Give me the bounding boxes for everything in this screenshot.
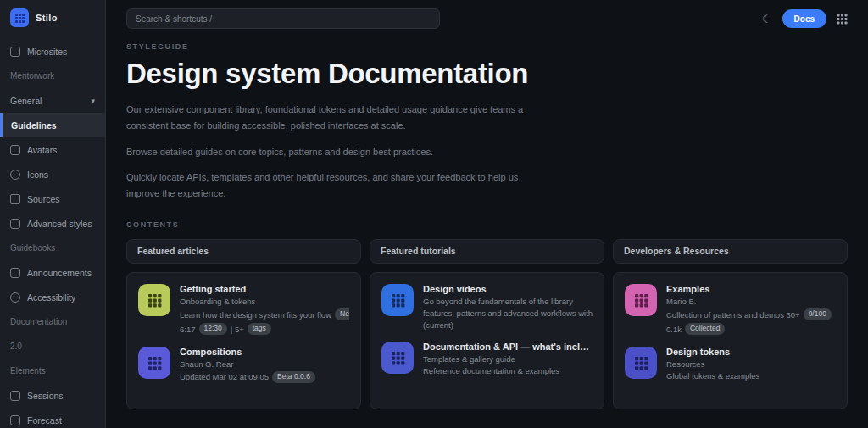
main-content: ☾ Docs STYLEGUIDE Design system Document… <box>106 0 868 428</box>
item-line: 6:1712:30| 5+tags <box>180 323 349 335</box>
sidebar-item-guidebooks: Guidebooks <box>10 236 95 260</box>
sidebar-item-label: Sessions <box>27 391 64 401</box>
badge-chip: New <box>335 308 349 320</box>
item-line: Shaun G. Rear <box>180 359 315 369</box>
column-card: ExamplesMario B.Collection of patterns a… <box>613 272 848 409</box>
card-item-documentation-api-what-s-included[interactable]: Documentation & API — what's included?Te… <box>381 342 593 375</box>
sidebar-item-2-0: 2.0 <box>10 334 95 359</box>
item-line: Learn how the design system fits your fl… <box>180 308 349 320</box>
badge-chip: 9/100 <box>804 308 832 320</box>
sidebar-item-forecast[interactable]: Forecast <box>10 408 95 428</box>
badge-chip: Collected <box>685 323 725 335</box>
page-title: Design system Documentation <box>126 58 848 90</box>
sidebar-item-accessibility[interactable]: Accessibility <box>10 285 95 309</box>
badge-chip: tags <box>248 323 271 335</box>
contents-columns: Featured articlesGetting startedOnboardi… <box>126 239 848 409</box>
sidebar-item-label: Mentorwork <box>10 71 54 81</box>
item-title: Getting started <box>180 284 349 294</box>
sidebar-item-label: Guidebooks <box>10 243 55 253</box>
sidebar-item-announcements[interactable]: Announcements <box>10 260 95 285</box>
item-line: Resources <box>666 359 760 369</box>
item-tile-grid-icon <box>138 347 170 379</box>
square-icon <box>10 145 20 155</box>
square-icon <box>10 219 20 229</box>
sidebar-item-label: Documentation <box>10 317 67 326</box>
sidebar-nav: MicrositesMentorworkGeneral▾GuidelinesAv… <box>10 39 95 428</box>
moon-icon[interactable]: ☾ <box>762 13 772 25</box>
search-input[interactable] <box>126 8 440 29</box>
sidebar-item-label: Announcements <box>27 268 92 278</box>
item-title: Design tokens <box>666 347 760 357</box>
item-line: Collection of patterns and demos 30+9/10… <box>666 308 832 320</box>
item-line: 0.1kCollected <box>666 323 832 335</box>
topbar: ☾ Docs <box>126 0 848 31</box>
item-line: Updated Mar 02 at 09:05Beta 0.0.6 <box>180 371 315 383</box>
page-eyebrow: STYLEGUIDE <box>126 42 848 51</box>
sidebar-item-general[interactable]: General▾ <box>10 88 95 113</box>
item-line: Templates & gallery guide <box>423 354 593 364</box>
column-card: Getting startedOnboarding & tokensLearn … <box>126 272 361 409</box>
section-label: CONTENTS <box>126 220 848 229</box>
sidebar-item-documentation: Documentation <box>10 309 95 334</box>
item-line: Reference documentation & examples <box>423 366 593 375</box>
app-window: Stilo MicrositesMentorworkGeneral▾Guidel… <box>0 0 868 428</box>
brand[interactable]: Stilo <box>10 7 95 29</box>
item-tile-grid-icon <box>381 342 414 374</box>
sidebar-item-label: 2.0 <box>10 342 22 351</box>
card-item-examples[interactable]: ExamplesMario B.Collection of patterns a… <box>625 284 836 335</box>
brand-name: Stilo <box>36 13 58 23</box>
item-tile-grid-icon <box>625 284 657 316</box>
sidebar-item-sessions[interactable]: Sessions <box>10 383 95 408</box>
content-column-developers-resources: Developers & ResourcesExamplesMario B.Co… <box>613 239 848 409</box>
sidebar-item-label: Advanced styles <box>27 219 92 229</box>
sidebar-item-guidelines[interactable]: Guidelines <box>0 113 105 137</box>
square-icon <box>10 415 20 425</box>
sidebar-item-label: Guidelines <box>11 120 57 131</box>
card-item-compositions[interactable]: CompositionsShaun G. RearUpdated Mar 02 … <box>138 347 349 383</box>
item-line: Go beyond the fundamentals of the librar… <box>423 297 593 306</box>
column-header: Featured articles <box>126 239 361 264</box>
item-line: Mario B. <box>666 297 832 306</box>
item-tile-grid-icon <box>625 347 657 379</box>
item-line: (current) <box>423 320 593 330</box>
item-title: Documentation & API — what's included? <box>423 342 593 352</box>
card-item-design-tokens[interactable]: Design tokensResourcesGlobal tokens & ex… <box>625 347 836 381</box>
column-header: Developers & Resources <box>613 239 848 264</box>
item-title: Examples <box>666 284 832 294</box>
item-title: Design videos <box>423 284 593 294</box>
intro-paragraph: Our extensive component library, foundat… <box>126 102 529 135</box>
sidebar-item-sources[interactable]: Sources <box>10 186 95 211</box>
item-tile-grid-icon <box>138 284 170 316</box>
sidebar-item-mentorwork: Mentorwork <box>10 64 95 88</box>
sidebar-item-advanced-styles[interactable]: Advanced styles <box>10 211 95 236</box>
sidebar-item-elements: Elements <box>10 359 95 383</box>
column-header: Featured tutorials <box>370 239 604 264</box>
apps-grid-icon[interactable] <box>837 14 848 25</box>
item-line: features, patterns and advanced workflow… <box>423 308 593 318</box>
sidebar: Stilo MicrositesMentorworkGeneral▾Guidel… <box>0 0 106 428</box>
sidebar-item-label: Accessibility <box>27 292 75 303</box>
item-tile-grid-icon <box>381 284 414 316</box>
content-column-featured-articles: Featured articlesGetting startedOnboardi… <box>126 239 361 409</box>
grid-logo-icon <box>10 8 29 27</box>
sidebar-item-label: Icons <box>27 170 48 180</box>
sidebar-item-label: Forecast <box>27 415 62 425</box>
sidebar-item-microsites[interactable]: Microsites <box>10 39 95 64</box>
sidebar-item-label: Sources <box>27 194 60 204</box>
chevron-down-icon: ▾ <box>91 97 95 105</box>
square-icon <box>10 268 20 278</box>
circle-icon <box>10 170 20 180</box>
sidebar-item-icons[interactable]: Icons <box>10 162 95 186</box>
grid-icon <box>10 47 20 57</box>
sidebar-item-label: General <box>10 96 42 106</box>
sidebar-item-avatars[interactable]: Avatars <box>10 137 95 162</box>
docs-button[interactable]: Docs <box>782 9 826 28</box>
badge-chip: 12:30 <box>199 323 227 335</box>
card-item-getting-started[interactable]: Getting startedOnboarding & tokensLearn … <box>138 284 349 335</box>
badge-chip: Beta 0.0.6 <box>272 371 315 383</box>
topbar-actions: ☾ Docs <box>762 9 848 28</box>
item-line: Onboarding & tokens <box>180 297 349 306</box>
card-item-design-videos[interactable]: Design videosGo beyond the fundamentals … <box>381 284 593 330</box>
content-column-featured-tutorials: Featured tutorialsDesign videosGo beyond… <box>370 239 604 409</box>
square-icon <box>10 391 20 401</box>
